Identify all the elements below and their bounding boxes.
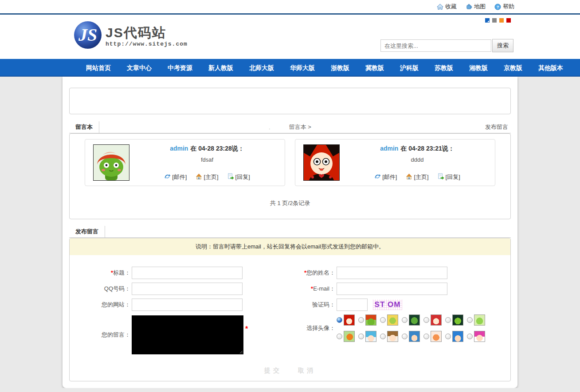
reply-action[interactable]: [回复]: [227, 173, 250, 181]
post-form: 说明：留言时请带上email，站长回复将会以email形式发送到您的邮箱中。 *…: [69, 238, 511, 381]
message-content: dddd: [411, 156, 424, 163]
mail-action[interactable]: [邮件]: [164, 173, 187, 181]
main-nav: 网站首页 文章中心 中考资源 新人教版 北师大版 华师大版 浙教版 冀教版 沪科…: [0, 59, 580, 77]
avatar-label: 选择头像：: [287, 324, 337, 332]
reply-action-label: [回复]: [235, 173, 250, 181]
nav-item-zhejiao[interactable]: 浙教版: [323, 59, 357, 76]
avatar-radio[interactable]: [423, 334, 429, 339]
message-field[interactable]: [132, 315, 243, 354]
home-page-icon: [196, 173, 202, 181]
reply-action[interactable]: [回复]: [438, 173, 460, 181]
avatar-option-yellow-round-frog[interactable]: [387, 314, 398, 326]
avatar-radio[interactable]: [402, 334, 408, 339]
nav-item-huke[interactable]: 沪科版: [392, 59, 427, 76]
submit-button[interactable]: 提交: [264, 367, 282, 375]
avatar-radio[interactable]: [467, 317, 473, 323]
avatar-radio[interactable]: [402, 317, 408, 323]
email-field[interactable]: [337, 283, 447, 295]
avatar-option-flower-frog[interactable]: [474, 314, 485, 326]
help-link[interactable]: ? 帮助: [494, 3, 514, 11]
message-content: fdsaf: [201, 156, 213, 163]
email-label: *E-mail：: [287, 285, 337, 293]
tab-post-message[interactable]: 发布留言: [69, 226, 105, 237]
nav-item-home[interactable]: 网站首页: [78, 59, 119, 76]
avatar-option-pucca-red[interactable]: [344, 314, 355, 326]
avatar-radio[interactable]: [337, 317, 342, 323]
help-icon: ?: [494, 4, 501, 10]
home-page-icon: [406, 173, 412, 181]
avatar-option-dark-green-frog[interactable]: [409, 314, 420, 326]
sitemap-label: 地图: [474, 3, 486, 11]
avatar-option-ninja-frog[interactable]: [452, 314, 463, 326]
avatar-option-goggles-kid[interactable]: [409, 331, 420, 342]
nav-item-huashida[interactable]: 华师大版: [282, 59, 323, 76]
favorites-link[interactable]: 收藏: [437, 3, 457, 11]
avatar-option-pink-hair-girl[interactable]: [474, 331, 485, 342]
nav-item-zhongkao[interactable]: 中考资源: [160, 59, 200, 76]
avatar-radio[interactable]: [380, 317, 386, 323]
avatar-option-orange-pig[interactable]: [431, 331, 442, 342]
avatar-radio[interactable]: [380, 334, 386, 339]
avatar-option-blue-hair-girl[interactable]: [365, 331, 376, 342]
avatar-option-baby-boy[interactable]: [387, 331, 398, 342]
nav-item-articles[interactable]: 文章中心: [119, 59, 160, 76]
avatar-option-carrot[interactable]: [344, 331, 355, 342]
form-buttons: 提交 取消: [70, 360, 510, 381]
cancel-button[interactable]: 取消: [298, 367, 316, 375]
theme-switcher: [485, 18, 511, 23]
mail-icon: [164, 173, 171, 181]
breadcrumb: . 留言本 >: [69, 121, 511, 133]
name-field[interactable]: [337, 267, 447, 279]
avatar-radio[interactable]: [337, 334, 342, 339]
nav-item-beishida[interactable]: 北师大版: [241, 59, 282, 76]
avatar-radio[interactable]: [423, 317, 429, 323]
help-label: 帮助: [503, 3, 514, 11]
website-field[interactable]: [132, 299, 243, 311]
site-logo[interactable]: JS JS代码站 http://www.sitejs.com: [73, 20, 188, 52]
breadcrumb-current: 留言本 >: [289, 123, 311, 131]
avatar-radio[interactable]: [358, 334, 364, 339]
avatar-radio[interactable]: [445, 317, 451, 323]
title-field[interactable]: [132, 267, 243, 279]
banner-placeholder: [69, 88, 511, 114]
svg-text:JS: JS: [78, 25, 97, 45]
search-input[interactable]: [380, 39, 491, 52]
theme-gray-square[interactable]: [492, 18, 497, 23]
theme-blue-square[interactable]: [485, 18, 490, 23]
nav-item-sujiao[interactable]: 苏教版: [427, 59, 461, 76]
qq-field[interactable]: [132, 283, 243, 295]
post-message-link[interactable]: 发布留言: [485, 121, 511, 133]
logo-text: JS代码站 http://www.sitejs.com: [106, 20, 188, 47]
message-meta: admin在 04-28 23:21说：: [380, 145, 455, 153]
reply-icon: [227, 173, 234, 181]
sitemap-link[interactable]: 地图: [466, 3, 486, 11]
homepage-action[interactable]: [主页]: [406, 173, 428, 181]
nav-item-xiangjiao[interactable]: 湘教版: [461, 59, 496, 76]
theme-orange-square[interactable]: [499, 18, 504, 23]
avatar-radio[interactable]: [445, 334, 451, 339]
nav-item-xinrenjiao[interactable]: 新人教版: [200, 59, 241, 76]
avatar-radio[interactable]: [358, 317, 364, 323]
mail-action-label: [邮件]: [382, 173, 397, 181]
post-form-section-head: 发布留言: [69, 226, 511, 238]
name-label: *您的姓名：: [287, 269, 337, 277]
avatar-option-blue-hair-boy[interactable]: [452, 331, 463, 342]
nav-item-other[interactable]: 其他版本: [530, 59, 571, 76]
nav-item-jingjiao[interactable]: 京教版: [496, 59, 530, 76]
avatar-option-frog-red-helmet[interactable]: [365, 314, 376, 326]
captcha-field[interactable]: [337, 299, 368, 311]
theme-red-square[interactable]: [506, 18, 511, 23]
form-notice: 说明：留言时请带上email，站长回复将会以email形式发送到您的邮箱中。: [70, 238, 510, 255]
nav-item-jijiao[interactable]: 冀教版: [357, 59, 392, 76]
mail-action[interactable]: [邮件]: [374, 173, 397, 181]
topbar: 收藏 地图 ? 帮助: [0, 0, 580, 15]
avatar-option-pucca-smile[interactable]: [431, 314, 442, 326]
tab-guestbook[interactable]: 留言本: [69, 121, 99, 133]
message-author[interactable]: admin: [380, 145, 398, 152]
message-author[interactable]: admin: [170, 145, 188, 152]
avatar-radio[interactable]: [467, 334, 473, 339]
favorites-label: 收藏: [445, 3, 457, 11]
search-button[interactable]: 搜索: [492, 39, 513, 52]
homepage-action[interactable]: [主页]: [196, 173, 218, 181]
captcha-image[interactable]: ST OM: [373, 299, 402, 310]
